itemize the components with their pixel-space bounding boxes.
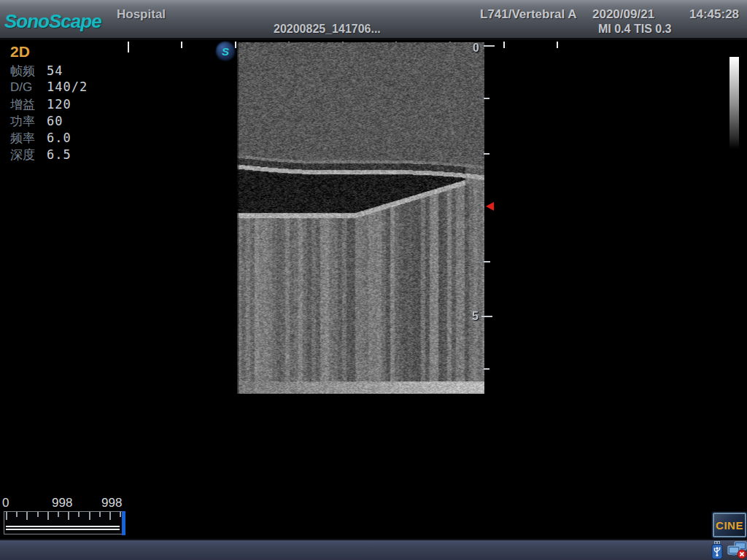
cine-ruler-tick — [99, 512, 101, 517]
cine-ruler-tick — [68, 512, 69, 520]
time-display: 14:45:28 — [689, 7, 739, 22]
usb-icon[interactable] — [710, 541, 724, 559]
probe-marker-letter: S — [222, 45, 229, 58]
param-label: 增益 — [10, 96, 47, 113]
depth-ruler-tick — [481, 316, 492, 317]
date-display: 2020/09/21 — [592, 7, 654, 22]
probe-orientation-marker-icon: S — [216, 42, 235, 61]
param-label: 深度 — [10, 147, 47, 163]
network-error-icon[interactable] — [727, 541, 747, 559]
cine-ruler-tick — [89, 512, 90, 520]
width-ruler-tick — [503, 42, 505, 48]
param-label: 频率 — [10, 130, 47, 147]
ultrasound-system-screen: SonoScape Hospital L741/Vertebral A 2020… — [0, 0, 747, 560]
focus-position-marker-icon — [486, 202, 494, 211]
param-value: 6.5 — [47, 147, 71, 162]
probe-preset: L741/Vertebral A — [480, 7, 577, 22]
cine-ruler-tick — [58, 512, 59, 517]
depth-ruler-tick — [484, 261, 490, 262]
width-ruler-tick — [235, 42, 236, 48]
depth-label-5: 5 — [472, 310, 479, 323]
cine-ruler-tick — [120, 512, 121, 517]
cine-ruler-tick — [26, 512, 28, 520]
hospital-name: Hospital — [117, 7, 166, 22]
depth-label-0: 0 — [473, 42, 479, 55]
param-value: 6.0 — [47, 131, 71, 145]
cine-track[interactable] — [6, 526, 120, 530]
param-label: 帧频 — [10, 63, 47, 79]
param-label: D/G — [10, 80, 47, 95]
width-ruler-tick — [128, 42, 129, 52]
param-value: 140/2 — [47, 79, 88, 94]
cine-ruler-tick — [47, 512, 49, 520]
depth-ruler-tick — [484, 368, 489, 370]
param-row: 帧频54 — [10, 63, 63, 79]
mi-tis-display: MI 0.4 TIS 0.3 — [598, 23, 671, 36]
cine-ruler-tick — [37, 512, 39, 517]
param-value: 54 — [47, 63, 63, 78]
width-ruler-tick — [181, 42, 182, 48]
cine-position-indicator[interactable] — [122, 511, 125, 535]
cine-ruler-tick — [6, 512, 7, 520]
imaging-mode-label: 2D — [10, 43, 30, 61]
ultrasound-image[interactable] — [237, 42, 484, 394]
cine-button-label: CINE — [716, 519, 743, 532]
param-label: 功率 — [10, 113, 47, 130]
param-value: 120 — [47, 97, 71, 112]
status-bar — [0, 539, 747, 560]
param-row: D/G140/2 — [10, 79, 88, 95]
cine-total-label: 998 — [101, 496, 122, 510]
param-row: 增益120 — [10, 96, 71, 113]
param-row: 频率6.0 — [10, 130, 71, 147]
header-bar: SonoScape Hospital L741/Vertebral A 2020… — [0, 0, 747, 40]
param-row: 深度6.5 — [10, 147, 71, 163]
cine-current-label: 998 — [52, 496, 72, 510]
depth-ruler-tick — [484, 98, 489, 99]
grayscale-bar — [729, 57, 739, 149]
cine-scrubber[interactable] — [4, 511, 123, 534]
cine-ruler-tick — [109, 512, 111, 520]
param-row: 功率60 — [10, 113, 63, 130]
cine-start-label: 0 — [2, 496, 9, 510]
cine-button[interactable]: CINE — [713, 513, 746, 537]
depth-ruler-tick — [484, 153, 489, 155]
sonoscape-logo: SonoScape — [4, 10, 101, 33]
width-ruler-tick — [557, 42, 558, 48]
cine-ruler-tick — [16, 512, 18, 517]
param-value: 60 — [47, 114, 63, 128]
depth-ruler-tick — [484, 45, 495, 47]
cine-ruler-tick — [78, 512, 80, 517]
exam-id: 20200825_141706... — [274, 23, 381, 36]
